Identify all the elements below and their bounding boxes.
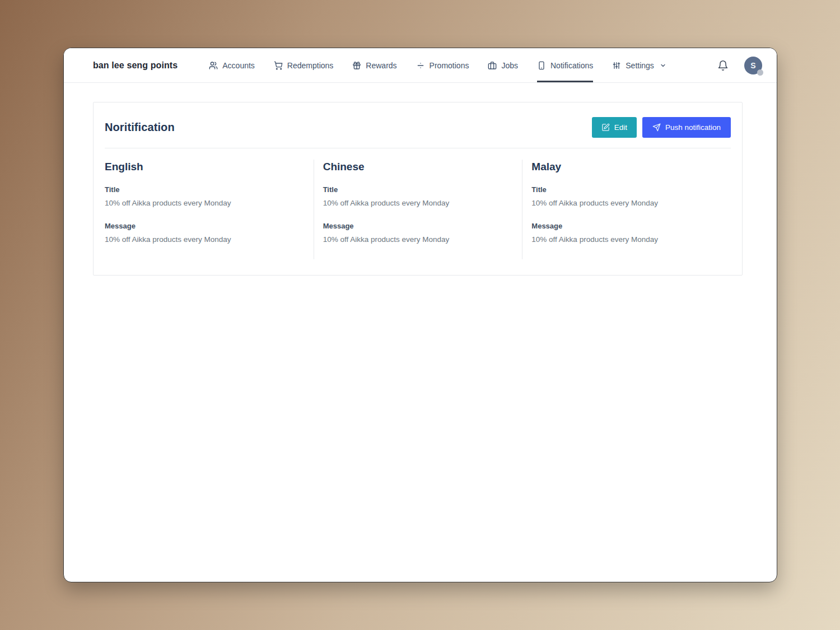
top-nav-bar: ban lee seng points Accounts <box>64 48 777 83</box>
column-english: English Title 10% off Aikka products eve… <box>105 160 314 259</box>
notification-panel: Noritification Edit <box>93 102 743 276</box>
edit-button-label: Edit <box>614 123 627 132</box>
message-label: Message <box>323 222 514 230</box>
gift-icon <box>352 61 361 70</box>
title-value: 10% off Aikka products every Monday <box>105 199 305 207</box>
smartphone-icon <box>537 61 546 70</box>
title-label: Title <box>105 185 305 194</box>
nav-label: Notifications <box>550 61 593 70</box>
nav-item-settings[interactable]: Settings <box>612 48 666 82</box>
topbar-right: S <box>717 48 762 82</box>
nav-item-notifications[interactable]: Notifications <box>537 48 593 82</box>
title-value: 10% off Aikka products every Monday <box>531 199 722 207</box>
language-heading: English <box>105 161 305 173</box>
avatar[interactable]: S <box>744 57 762 74</box>
brand-title: ban lee seng points <box>93 60 178 71</box>
panel-actions: Edit Push notification <box>592 117 731 138</box>
language-heading: Chinese <box>323 161 514 173</box>
app-window: ban lee seng points Accounts <box>63 48 777 582</box>
nav-item-rewards[interactable]: Rewards <box>352 48 396 82</box>
title-label: Title <box>531 185 722 194</box>
nav-item-redemptions[interactable]: Redemptions <box>274 48 334 82</box>
nav-label: Settings <box>626 61 654 70</box>
nav-label: Redemptions <box>287 61 334 70</box>
language-columns: English Title 10% off Aikka products eve… <box>105 160 731 259</box>
message-value: 10% off Aikka products every Monday <box>323 235 514 244</box>
users-icon <box>209 61 218 70</box>
column-chinese: Chinese Title 10% off Aikka products eve… <box>314 160 522 259</box>
sliders-icon <box>612 61 621 70</box>
nav-item-accounts[interactable]: Accounts <box>209 48 255 82</box>
edit-pencil-icon <box>601 123 610 132</box>
page-title: Noritification <box>105 121 175 134</box>
divide-icon <box>416 61 425 70</box>
message-value: 10% off Aikka products every Monday <box>531 235 722 244</box>
message-value: 10% off Aikka products every Monday <box>105 235 305 244</box>
briefcase-icon <box>488 61 497 70</box>
panel-header: Noritification Edit <box>105 115 731 138</box>
title-label: Title <box>323 185 514 194</box>
main-nav: Accounts Redemptions R <box>209 48 666 82</box>
push-notification-button[interactable]: Push notification <box>642 117 731 138</box>
desktop-background: { "header": { "brand": "ban lee seng poi… <box>0 0 840 630</box>
nav-label: Accounts <box>222 61 255 70</box>
language-heading: Malay <box>531 161 722 173</box>
column-malay: Malay Title 10% off Aikka products every… <box>522 160 731 259</box>
message-label: Message <box>105 222 305 230</box>
bell-icon[interactable] <box>717 60 729 71</box>
nav-item-jobs[interactable]: Jobs <box>488 48 518 82</box>
nav-label: Rewards <box>366 61 396 70</box>
message-label: Message <box>531 222 722 230</box>
avatar-initial: S <box>750 61 755 70</box>
nav-label: Promotions <box>430 61 469 70</box>
title-value: 10% off Aikka products every Monday <box>323 199 514 207</box>
nav-label: Jobs <box>501 61 518 70</box>
send-icon <box>652 123 661 132</box>
chevron-down-icon <box>660 62 666 69</box>
edit-button[interactable]: Edit <box>592 117 637 138</box>
push-button-label: Push notification <box>665 123 721 132</box>
nav-item-promotions[interactable]: Promotions <box>416 48 469 82</box>
avatar-status-dot <box>757 69 763 76</box>
panel-divider <box>105 148 731 148</box>
cart-icon <box>274 61 283 70</box>
